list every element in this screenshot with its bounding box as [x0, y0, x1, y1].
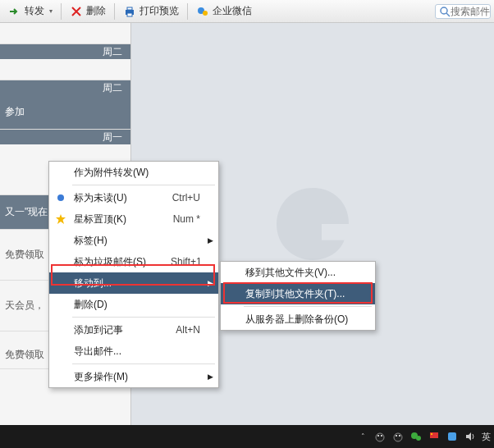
menu-separator [72, 317, 215, 318]
menu-label: 标为未读(U) [74, 191, 127, 205]
svg-rect-18 [431, 433, 432, 435]
svg-point-11 [381, 435, 382, 437]
wechat-icon[interactable] [409, 430, 423, 443]
svg-rect-2 [127, 13, 132, 16]
list-item[interactable] [0, 23, 130, 44]
print-preview-button[interactable]: 打印预览 [118, 2, 184, 20]
shortcut: Shift+1 [146, 256, 202, 267]
ime-indicator[interactable]: 英 [482, 431, 491, 443]
context-menu: 作为附件转发(W) 标为未读(U) Ctrl+U 星标置顶(K) Num * 标… [48, 161, 219, 388]
menu-mark-spam[interactable]: 标为垃圾邮件(S) Shift+1 [49, 251, 218, 272]
svg-point-4 [203, 11, 208, 16]
menu-label: 移动到... [74, 277, 112, 290]
svg-rect-19 [448, 432, 456, 441]
svg-point-9 [376, 433, 384, 441]
menu-label: 从服务器上删除备份(O) [245, 313, 348, 327]
day-header: 周二 [0, 44, 130, 59]
separator [61, 3, 62, 20]
submenu-delete-server[interactable]: 从服务器上删除备份(O) [221, 309, 375, 330]
app-logo-icon [268, 179, 358, 269]
wecom-icon [196, 5, 209, 18]
wecom-button[interactable]: 企业微信 [191, 2, 257, 20]
flag-icon[interactable] [428, 430, 441, 443]
svg-point-14 [399, 435, 400, 437]
unread-icon [54, 191, 67, 204]
day-header: 周一 [0, 130, 130, 144]
separator [114, 3, 115, 20]
star-icon [54, 213, 67, 226]
delete-button[interactable]: 删除 [65, 2, 111, 20]
forward-label: 转发 [25, 4, 44, 18]
search-box[interactable] [435, 4, 491, 19]
menu-label: 移到其他文件夹(V)... [245, 266, 336, 280]
taskbar: ˄ 英 [0, 425, 494, 448]
shortcut: Ctrl+U [148, 192, 200, 203]
menu-label: 作为附件转发(W) [74, 166, 149, 180]
svg-point-13 [396, 435, 397, 437]
menu-separator [72, 185, 215, 185]
menu-star-pin[interactable]: 星标置顶(K) Num * [49, 208, 218, 230]
list-item[interactable]: 参加 [0, 95, 130, 130]
shortcut: Num * [149, 213, 200, 225]
submenu-arrow-icon: ▶ [208, 236, 213, 245]
svg-point-12 [394, 433, 402, 441]
list-item-text: 参加 [5, 105, 126, 119]
toolbar: 转发 ▾ 删除 打印预览 企业微信 [0, 0, 494, 23]
shortcut: Alt+N [151, 324, 200, 336]
menu-separator [72, 363, 215, 364]
menu-label: 删除(D) [74, 298, 107, 312]
context-submenu: 移到其他文件夹(V)... 复制到其他文件夹(T)... 从服务器上删除备份(O… [220, 261, 376, 331]
menu-add-to-notes[interactable]: 添加到记事 Alt+N [49, 319, 218, 341]
day-header: 周二 [0, 80, 130, 95]
menu-label: 星标置顶(K) [74, 213, 126, 226]
menu-forward-as-attachment[interactable]: 作为附件转发(W) [49, 162, 218, 183]
volume-icon[interactable] [464, 430, 477, 443]
menu-more[interactable]: 更多操作(M) ▶ [49, 366, 218, 387]
printer-icon [123, 5, 136, 18]
delete-label: 删除 [86, 4, 106, 18]
menu-label: 标为垃圾邮件(S) [74, 255, 146, 269]
menu-label: 更多操作(M) [74, 370, 128, 384]
search-icon [439, 6, 451, 17]
svg-line-6 [446, 13, 450, 16]
wecom-label: 企业微信 [213, 4, 252, 18]
list-item[interactable] [0, 59, 130, 80]
svg-point-8 [57, 194, 64, 201]
svg-point-10 [377, 435, 379, 437]
svg-rect-1 [127, 7, 132, 10]
dropdown-arrow-icon: ▾ [49, 7, 53, 15]
print-preview-label: 打印预览 [140, 4, 179, 18]
menu-move-to[interactable]: 移动到... ▶ [49, 272, 218, 294]
delete-icon [70, 5, 83, 18]
svg-point-5 [441, 7, 447, 14]
menu-label: 导出邮件... [74, 345, 121, 359]
search-input[interactable] [451, 6, 491, 17]
separator [187, 3, 188, 20]
menu-delete[interactable]: 删除(D) [49, 294, 218, 315]
app-tray-icon[interactable] [446, 430, 459, 443]
submenu-arrow-icon: ▶ [208, 373, 213, 381]
menu-export-mail[interactable]: 导出邮件... [49, 341, 218, 362]
submenu-copy-other[interactable]: 复制到其他文件夹(T)... [221, 283, 375, 304]
forward-button[interactable]: 转发 ▾ [3, 2, 57, 20]
submenu-arrow-icon: ▶ [208, 279, 213, 287]
menu-tags[interactable]: 标签(H) ▶ [49, 230, 218, 251]
forward-icon [8, 5, 21, 18]
submenu-move-other[interactable]: 移到其他文件夹(V)... [221, 262, 375, 283]
svg-point-16 [416, 436, 421, 441]
qq-icon[interactable] [373, 430, 387, 443]
tray-up-arrow[interactable]: ˄ [358, 432, 368, 441]
qq-icon[interactable] [391, 430, 405, 443]
menu-label: 添加到记事 [74, 323, 123, 337]
menu-label: 标签(H) [74, 234, 107, 248]
menu-label: 复制到其他文件夹(T)... [245, 287, 345, 301]
menu-separator [244, 306, 372, 307]
menu-mark-unread[interactable]: 标为未读(U) Ctrl+U [49, 187, 218, 208]
